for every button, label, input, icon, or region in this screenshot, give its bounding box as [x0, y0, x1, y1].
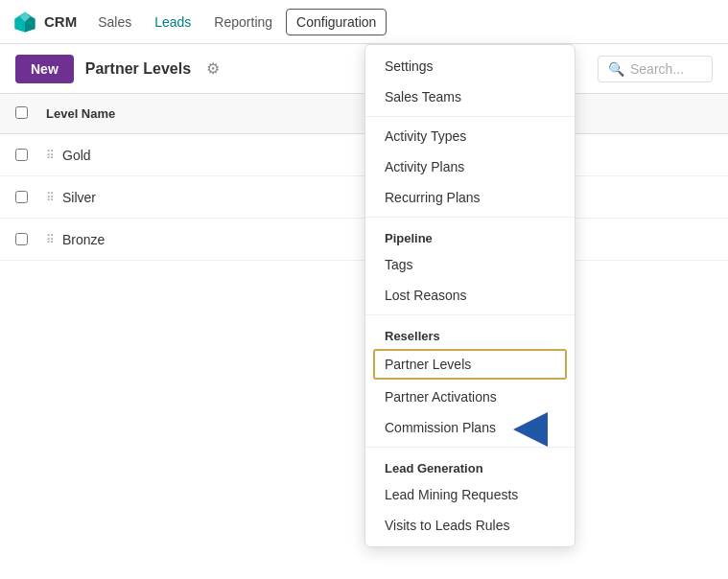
- nav-reporting[interactable]: Reporting: [204, 9, 282, 35]
- page-title: Partner Levels: [85, 60, 191, 78]
- logo-container: CRM: [12, 9, 77, 35]
- section-resellers: Resellers: [365, 319, 575, 347]
- search-placeholder: Search...: [630, 61, 684, 77]
- arrow-shape: [513, 412, 548, 447]
- new-button[interactable]: New: [15, 55, 74, 83]
- drag-handle-2[interactable]: ⠿: [46, 191, 55, 204]
- menu-activity-types[interactable]: Activity Types: [365, 121, 575, 151]
- divider-2: [365, 217, 575, 218]
- search-icon: 🔍: [608, 61, 624, 77]
- menu-tags[interactable]: Tags: [365, 249, 575, 280]
- divider-4: [365, 447, 575, 448]
- nav-configuration[interactable]: Configuration: [286, 9, 387, 35]
- arrow-pointer: [513, 412, 548, 447]
- menu-activity-plans[interactable]: Activity Plans: [365, 151, 575, 182]
- menu-partner-levels[interactable]: Partner Levels: [373, 349, 567, 380]
- divider-3: [365, 314, 575, 315]
- partner-levels-label: Partner Levels: [385, 357, 471, 372]
- row-checkbox-1[interactable]: [15, 149, 28, 161]
- select-all-checkbox[interactable]: [15, 106, 28, 119]
- header-checkbox-col[interactable]: [15, 106, 46, 122]
- menu-settings[interactable]: Settings: [365, 51, 575, 81]
- row-check-3[interactable]: [15, 233, 46, 245]
- divider-1: [365, 116, 575, 117]
- drag-handle-1[interactable]: ⠿: [46, 149, 55, 162]
- section-lead-generation: Lead Generation: [365, 452, 575, 479]
- crm-logo-icon: [12, 9, 38, 35]
- menu-visits-to-leads-rules[interactable]: Visits to Leads Rules: [365, 510, 575, 541]
- row-check-1[interactable]: [15, 149, 46, 161]
- row-check-2[interactable]: [15, 191, 46, 203]
- search-box[interactable]: 🔍 Search...: [598, 56, 713, 82]
- gear-icon[interactable]: ⚙: [206, 59, 220, 78]
- section-pipeline: Pipeline: [365, 221, 575, 249]
- menu-recurring-plans[interactable]: Recurring Plans: [365, 182, 575, 213]
- menu-sales-teams[interactable]: Sales Teams: [365, 81, 575, 112]
- configuration-dropdown: Settings Sales Teams Activity Types Acti…: [364, 44, 575, 547]
- menu-lost-reasons[interactable]: Lost Reasons: [365, 280, 575, 311]
- nav-sales[interactable]: Sales: [88, 9, 141, 35]
- menu-lead-mining-requests[interactable]: Lead Mining Requests: [365, 479, 575, 510]
- row-checkbox-3[interactable]: [15, 233, 28, 245]
- drag-handle-3[interactable]: ⠿: [46, 233, 55, 246]
- nav-leads[interactable]: Leads: [145, 9, 200, 35]
- app-name: CRM: [44, 13, 77, 30]
- top-nav: CRM Sales Leads Reporting Configuration: [0, 0, 728, 44]
- menu-partner-activations[interactable]: Partner Activations: [365, 382, 575, 412]
- row-checkbox-2[interactable]: [15, 191, 28, 203]
